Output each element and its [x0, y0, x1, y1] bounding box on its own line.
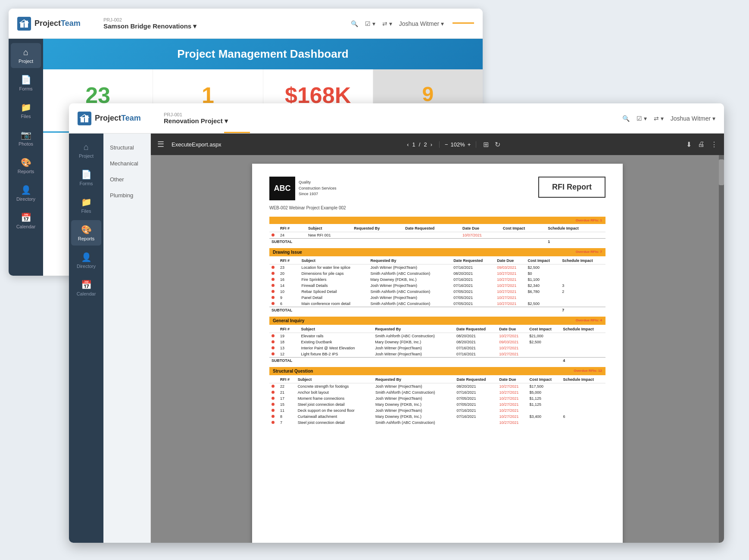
- sidebar-item-reports[interactable]: 🎨 Reports: [11, 153, 41, 178]
- front-logo: ProjectTeam: [78, 112, 155, 125]
- pdf-zoom-in[interactable]: +: [468, 141, 471, 148]
- second-sidebar-plumbing[interactable]: Plumbing: [103, 188, 150, 203]
- table-row: 11Deck support on the second floorJosh W…: [269, 408, 605, 414]
- front-sidebar-files[interactable]: 📁 Files: [71, 193, 101, 218]
- th1-date-due: Date Due: [495, 257, 525, 264]
- second-sidebar-mechanical[interactable]: Mechanical: [103, 156, 150, 171]
- back-shuffle-icon[interactable]: ⇄ ▾: [382, 20, 392, 27]
- front-project-name[interactable]: Renovation Project ▾: [164, 117, 614, 125]
- pdf-download-icon[interactable]: ⬇: [686, 140, 692, 149]
- back-search-icon[interactable]: 🔍: [351, 20, 358, 27]
- table-row: 10Rebar Spliced DetailSmith Ashforth (AB…: [269, 289, 605, 295]
- sidebar-label-forms: Forms: [19, 86, 32, 91]
- front-sidebar-label-reports: Reports: [78, 236, 95, 241]
- sidebar-label-project: Project: [19, 59, 33, 64]
- front-search-icon[interactable]: 🔍: [622, 115, 630, 122]
- table-header-row-3: RFI #SubjectRequested ByDate RequestedDa…: [269, 376, 605, 383]
- front-user-menu[interactable]: Joshua Witmer ▾: [671, 115, 715, 122]
- front-sidebar-directory[interactable]: 👤 Directory: [71, 248, 101, 273]
- sidebar-item-project[interactable]: ⌂ Project: [11, 43, 41, 68]
- table-row: 21Anchor bolt layoutSmith Ashforth (ABC …: [269, 389, 605, 395]
- pdf-fit-icon[interactable]: ⊞: [483, 140, 489, 149]
- front-project-info: PRJ-001 Renovation Project ▾: [164, 112, 614, 125]
- td-schedule: [546, 232, 605, 239]
- pdf-next-page[interactable]: ›: [431, 141, 432, 148]
- dashboard-banner: Project Management Dashboard: [43, 39, 483, 69]
- front-sidebar-label-files: Files: [81, 208, 91, 214]
- back-topbar-right: 🔍 ☑ ▾ ⇄ ▾ Joshua Witmer ▾: [351, 20, 444, 27]
- pdf-rotate-icon[interactable]: ↻: [495, 140, 500, 149]
- front-sidebar-forms[interactable]: 📄 Forms: [71, 165, 101, 190]
- back-project-name[interactable]: Samson Bridge Renovations ▾: [103, 22, 342, 30]
- table-row: 15Steel joist connection detailMary Down…: [269, 401, 605, 408]
- sidebar-item-files[interactable]: 📁 Files: [11, 98, 41, 123]
- front-sidebar-reports[interactable]: 🎨 Reports: [71, 220, 101, 246]
- pdf-scrollbar[interactable]: [719, 155, 724, 543]
- second-sidebar-structural[interactable]: Structural: [103, 140, 150, 155]
- pdf-company-logo: ABC Quality Construction Services Since …: [269, 177, 337, 200]
- sidebar-item-forms[interactable]: 📄 Forms: [11, 70, 41, 96]
- front-reports-icon: 🎨: [81, 224, 92, 235]
- front-shuffle-icon[interactable]: ⇄ ▾: [654, 115, 664, 122]
- pdf-section-2-table: RFI #SubjectRequested ByDate RequestedDa…: [269, 326, 605, 364]
- pdf-zoom-value: 102%: [451, 141, 465, 148]
- pdf-zoom-controls: − 102% +: [439, 141, 476, 148]
- front-check-icon[interactable]: ☑ ▾: [637, 115, 647, 122]
- pdf-header: ABC Quality Construction Services Since …: [269, 177, 605, 200]
- front-forms-icon: 📄: [81, 169, 92, 180]
- th1-subject: Subject: [299, 257, 368, 264]
- table-row: 16Fire SprinklersMary Downey (FDKB, Inc.…: [269, 277, 605, 283]
- table-row: 22Concrete strength for footingsJosh Wit…: [269, 383, 605, 390]
- pdf-print-icon[interactable]: 🖨: [698, 140, 705, 149]
- subtotal-empty1: [352, 239, 403, 245]
- table-row: 13Interior Paint @ West ElevationJosh Wi…: [269, 345, 605, 351]
- subtotal-row: SUBTOTAL7: [269, 307, 605, 314]
- back-check-icon[interactable]: ☑ ▾: [365, 20, 375, 27]
- front-logo-text: ProjectTeam: [95, 114, 141, 123]
- front-sidebar-calendar[interactable]: 📅 Calendar: [71, 275, 101, 301]
- front-project-id: PRJ-001: [164, 112, 614, 117]
- pdf-scrollbar-thumb[interactable]: [719, 159, 724, 185]
- th-rfi-num: RFI #: [278, 225, 306, 232]
- second-sidebar-other[interactable]: Other: [103, 172, 150, 187]
- td-dot: [269, 232, 278, 239]
- card-fr-value: 9: [382, 82, 474, 106]
- second-sidebar: Structural Mechanical Other Plumbing: [103, 134, 151, 543]
- pdf-more-icon[interactable]: ⋮: [711, 140, 718, 149]
- front-sidebar-label-calendar: Calendar: [77, 291, 96, 296]
- th-cost: Cost Impact: [501, 225, 546, 232]
- sidebar-label-reports: Reports: [18, 169, 34, 174]
- pdf-section-2-header: General Inquiry Overdue RFIs: 4: [269, 317, 605, 325]
- front-sidebar-label-project: Project: [79, 153, 94, 159]
- pdf-zoom-out[interactable]: −: [445, 141, 448, 148]
- pdf-section-1-table: RFI # Subject Requested By Date Requeste…: [269, 257, 605, 313]
- subtotal-val: [306, 239, 352, 245]
- td-date-req: [403, 232, 460, 239]
- back-project-info: PRJ-002 Samson Bridge Renovations ▾: [103, 17, 342, 30]
- th-date-req: Date Requested: [403, 225, 460, 232]
- photos-icon: 📷: [21, 130, 31, 140]
- pdf-section-3-overdue: Overdue RFIs: 12: [574, 369, 602, 373]
- abc-line1: Quality: [299, 180, 337, 186]
- pdf-toolbar: ☰ ExecuteExport.aspx ‹ 1 / 2 › − 102% + …: [151, 134, 724, 155]
- pdf-section-2-overdue: Overdue RFIs: 4: [576, 318, 602, 323]
- subtotal-num: 1: [546, 239, 605, 245]
- th-date-due: Date Due: [460, 225, 501, 232]
- sidebar-item-calendar[interactable]: 📅 Calendar: [11, 208, 41, 233]
- sidebar-item-photos[interactable]: 📷 Photos: [11, 125, 41, 151]
- table-header-row-1: RFI # Subject Requested By Date Requeste…: [269, 257, 605, 264]
- th1-cost: Cost Impact: [526, 257, 560, 264]
- sidebar-item-directory[interactable]: 👤 Directory: [11, 180, 41, 206]
- abc-company-text: Quality Construction Services Since 1937: [299, 180, 337, 197]
- back-user-menu[interactable]: Joshua Witmer ▾: [399, 20, 444, 27]
- table-row: 8Curtainwall attachmentMary Downey (FDKB…: [269, 414, 605, 420]
- front-sidebar-project[interactable]: ⌂ Project: [71, 138, 101, 163]
- th1-date-req: Date Requested: [451, 257, 495, 264]
- th1-req-by: Requested By: [368, 257, 452, 264]
- pdf-menu-icon[interactable]: ☰: [157, 140, 164, 149]
- table-row: 9Panel DetailJosh Witmer (ProjectTeam)07…: [269, 295, 605, 301]
- front-window: ProjectTeam PRJ-001 Renovation Project ▾…: [69, 103, 724, 543]
- pdf-prev-page[interactable]: ‹: [407, 141, 409, 148]
- front-calendar-icon: 📅: [81, 280, 92, 290]
- dashboard-title: Project Management Dashboard: [56, 47, 470, 61]
